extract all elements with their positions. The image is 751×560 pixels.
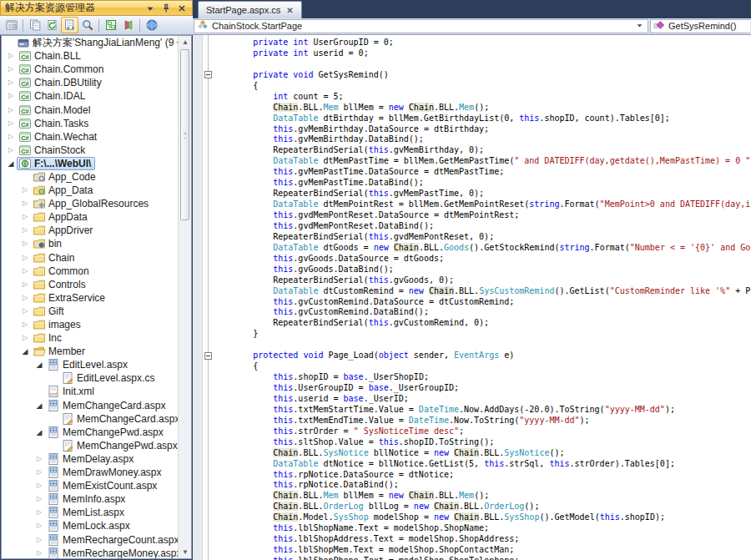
expand-icon[interactable]: ▷ bbox=[19, 265, 31, 278]
tree-item-inc[interactable]: ▷Inc bbox=[2, 331, 191, 345]
collapse-icon[interactable]: ◢ bbox=[33, 399, 45, 412]
members-dropdown[interactable]: GetSysRemind() bbox=[650, 19, 750, 33]
view-designer-button[interactable] bbox=[78, 17, 96, 33]
expand-icon[interactable]: ▷ bbox=[5, 103, 17, 117]
expand-icon[interactable]: ▷ bbox=[33, 492, 45, 506]
tree-item-memchangecard-aspx-cs[interactable]: MemChangeCard.aspx.cs bbox=[2, 412, 191, 426]
tree-item-shangjialianmeng-9[interactable]: 解决方案'ShangJiaLianMeng' (9 个项目) bbox=[2, 36, 191, 49]
tree-item-app-data[interactable]: ▷App_Data bbox=[2, 184, 191, 197]
tree-item-init-xml[interactable]: xmlInit.xml bbox=[2, 385, 191, 398]
close-button[interactable] bbox=[176, 3, 188, 14]
tree-item-label: MemInfo.aspx bbox=[61, 493, 125, 505]
expand-icon[interactable]: ▷ bbox=[33, 506, 45, 519]
tree-item-memlock-aspx[interactable]: ▷MemLock.aspx bbox=[2, 519, 191, 532]
solution-explorer-titlebar[interactable]: 解决方案资源管理器 bbox=[0, 0, 193, 16]
tree-item-memrechargecount-aspx[interactable]: ▷MemRechargeCount.aspx bbox=[2, 532, 191, 546]
expand-icon[interactable]: ▷ bbox=[5, 130, 17, 144]
tree-item-editlevel-aspx[interactable]: ◢EditLevel.aspx bbox=[2, 358, 191, 371]
tree-item-gift[interactable]: ▷Gift bbox=[2, 305, 191, 318]
tree-item-memdelay-aspx[interactable]: ▷MemDelay.aspx bbox=[2, 452, 191, 466]
pin-button[interactable] bbox=[160, 3, 172, 14]
tab-startpage[interactable]: StartPage.aspx.cs ✕ bbox=[198, 1, 302, 18]
collapse-region-icon[interactable] bbox=[204, 352, 212, 360]
tree-item-memchangecard-aspx[interactable]: ◢MemChangeCard.aspx bbox=[2, 399, 191, 412]
tree-item-editlevel-aspx-cs[interactable]: EditLevel.aspx.cs bbox=[2, 371, 191, 385]
expand-icon[interactable]: ▷ bbox=[5, 76, 17, 89]
tree-item-chain-model[interactable]: ▷C#Chain.Model bbox=[2, 103, 191, 116]
collapse-region-icon[interactable] bbox=[204, 71, 212, 78]
tree-item-chain-tasks[interactable]: ▷C#Chain.Tasks bbox=[2, 117, 191, 130]
tree-item-chain[interactable]: ▷Chain bbox=[2, 251, 191, 265]
tree-item-common[interactable]: ▷Common bbox=[2, 265, 191, 278]
tree-item-memchangepwd-aspx-cs[interactable]: MemChangePwd.aspx.cs bbox=[2, 439, 191, 452]
tree-item-bin[interactable]: ▷bin bbox=[2, 237, 191, 250]
scroll-up-icon[interactable]: ▲ bbox=[179, 36, 192, 48]
tree-scrollbar[interactable]: ▲ ▼ bbox=[178, 36, 191, 558]
code-editor[interactable]: private int UserGroupID = 0; private int… bbox=[193, 35, 751, 560]
types-dropdown[interactable]: ChainStock.StartPage bbox=[194, 19, 648, 33]
show-all-files-button[interactable] bbox=[26, 17, 43, 33]
collapse-icon[interactable]: ◢ bbox=[5, 157, 17, 170]
expand-icon[interactable]: ▷ bbox=[19, 224, 31, 237]
expand-icon[interactable]: ▷ bbox=[33, 519, 45, 532]
tree-item-app-globalresources[interactable]: ▷App_GlobalResources bbox=[2, 197, 191, 210]
refresh-button[interactable] bbox=[43, 17, 61, 33]
expand-icon[interactable]: ▷ bbox=[19, 184, 31, 197]
tree-item-chain-wechat[interactable]: ▷C#Chain.Wechat bbox=[2, 130, 191, 144]
expand-icon[interactable]: ▷ bbox=[5, 144, 17, 157]
window-position-button[interactable] bbox=[144, 3, 156, 14]
tree-item-f-webui[interactable]: ◢F:\...\WebUI\ bbox=[2, 157, 191, 170]
solution-tree[interactable]: 解决方案'ShangJiaLianMeng' (9 个项目)▷C#Chain.B… bbox=[1, 35, 192, 559]
tab-close-icon[interactable]: ✕ bbox=[286, 6, 293, 15]
expand-icon[interactable]: ▷ bbox=[19, 305, 31, 318]
expand-icon[interactable]: ▷ bbox=[19, 331, 31, 345]
class-diagram-button[interactable] bbox=[102, 17, 119, 33]
expand-icon[interactable]: ▷ bbox=[5, 63, 17, 76]
expand-icon[interactable]: ▷ bbox=[33, 479, 45, 492]
tree-item-chain-common[interactable]: ▷C#Chain.Common bbox=[2, 63, 191, 76]
tree-item-chain-dbutility[interactable]: ▷C#Chain.DBUtility bbox=[2, 76, 191, 89]
expand-icon[interactable]: ▷ bbox=[33, 452, 45, 466]
help-button[interactable] bbox=[143, 17, 160, 33]
collapse-icon[interactable]: ◢ bbox=[33, 358, 45, 371]
collapse-icon[interactable]: ◢ bbox=[33, 426, 45, 439]
scrollbar-thumb[interactable] bbox=[180, 49, 189, 220]
tree-item-memrechargemoney-aspx[interactable]: ▷MemRechargeMoney.aspx bbox=[2, 547, 191, 559]
expand-icon[interactable]: ▷ bbox=[19, 278, 31, 291]
tree-item-controls[interactable]: ▷Controls bbox=[2, 278, 191, 291]
object-browser-button[interactable] bbox=[119, 17, 137, 33]
scroll-down-icon[interactable]: ▼ bbox=[179, 546, 192, 558]
tree-item-app-code[interactable]: App_Code bbox=[2, 170, 191, 184]
expand-icon[interactable]: ▷ bbox=[5, 89, 17, 103]
expand-icon[interactable]: ▷ bbox=[33, 466, 45, 479]
tree-item-memdrawmoney-aspx[interactable]: ▷MemDrawMoney.aspx bbox=[2, 466, 191, 479]
expand-icon[interactable]: ▷ bbox=[5, 117, 17, 130]
class-icon bbox=[197, 19, 209, 33]
tree-item-member[interactable]: ◢Member bbox=[2, 345, 191, 358]
tree-item-extraservice[interactable]: ▷ExtraService bbox=[2, 291, 191, 305]
expand-icon[interactable]: ▷ bbox=[5, 49, 17, 63]
expand-icon[interactable]: ▷ bbox=[19, 251, 31, 265]
expand-icon[interactable]: ▷ bbox=[19, 237, 31, 250]
expand-icon[interactable]: ▷ bbox=[19, 197, 31, 210]
tree-item-meminfo-aspx[interactable]: ▷MemInfo.aspx bbox=[2, 492, 191, 506]
collapse-icon[interactable]: ◢ bbox=[19, 345, 31, 358]
expand-icon[interactable]: ▷ bbox=[33, 533, 45, 547]
properties-window-button[interactable] bbox=[3, 17, 20, 33]
expand-icon[interactable]: ▷ bbox=[19, 210, 31, 224]
tree-item-label: MemDrawMoney.aspx bbox=[61, 467, 161, 478]
expand-icon[interactable]: ▷ bbox=[33, 547, 45, 559]
tree-item-chain-bll[interactable]: ▷C#Chain.BLL bbox=[2, 49, 191, 63]
tree-item-appdata[interactable]: ▷AppData bbox=[2, 210, 191, 224]
tree-item-chainstock[interactable]: ▷C#ChainStock bbox=[2, 144, 191, 157]
view-code-button[interactable] bbox=[61, 17, 78, 33]
tree-item-chain-idal[interactable]: ▷C#Chain.IDAL bbox=[2, 89, 191, 103]
tree-item-memexistcount-aspx[interactable]: ▷MemExistCount.aspx bbox=[2, 479, 191, 492]
expand-icon[interactable]: ▷ bbox=[19, 318, 31, 331]
chevron-down-icon[interactable] bbox=[634, 20, 645, 33]
tree-item-images[interactable]: ▷images bbox=[2, 318, 191, 331]
tree-item-appdriver[interactable]: ▷AppDriver bbox=[2, 224, 191, 237]
tree-item-memchangepwd-aspx[interactable]: ◢MemChangePwd.aspx bbox=[2, 426, 191, 439]
tree-item-memlist-aspx[interactable]: ▷MemList.aspx bbox=[2, 506, 191, 519]
expand-icon[interactable]: ▷ bbox=[19, 291, 31, 305]
